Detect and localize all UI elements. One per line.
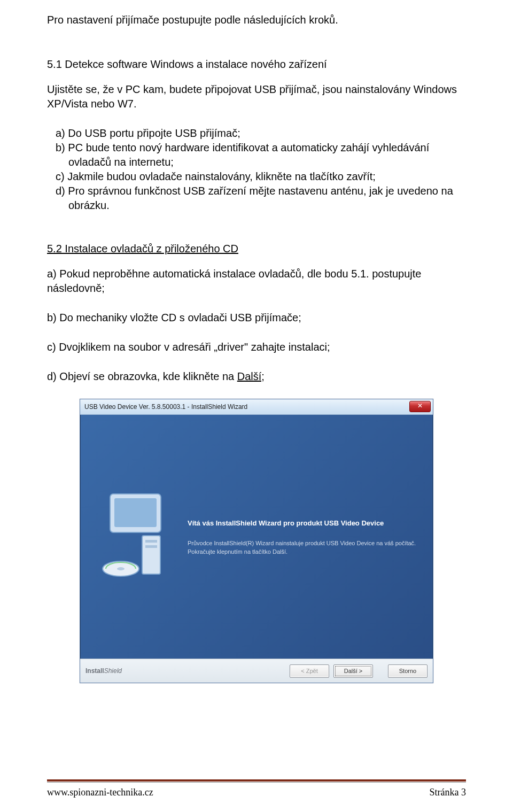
installer-client-area: Vítá vás InstallShield Wizard pro produk… <box>80 415 433 659</box>
computer-cd-icon <box>94 489 174 585</box>
close-button[interactable]: ✕ <box>409 401 431 412</box>
brand-rest: Shield <box>104 667 122 675</box>
svg-point-6 <box>117 567 125 570</box>
installer-line1: Průvodce InstallShield(R) Wizard nainsta… <box>188 540 432 546</box>
section-5-2-item-d: d) Objeví se obrazovka, kde klikněte na … <box>47 369 466 384</box>
intro-text: Pro nastavení přijímače postupujte podle… <box>47 13 466 27</box>
svg-rect-1 <box>114 498 157 527</box>
svg-rect-3 <box>145 540 157 543</box>
section-5-1-para: Ujistěte se, že v PC kam, budete připojo… <box>47 82 466 111</box>
section-5-2-item-c: c) Dvojklikem na soubor v adresáři „driv… <box>47 340 466 354</box>
section-5-2-item-b: b) Do mechaniky vložte CD s ovladači USB… <box>47 311 466 325</box>
back-button[interactable]: < Zpět <box>290 664 329 678</box>
page-footer: www.spionazni-technika.cz Stránka 3 <box>47 779 466 798</box>
installer-text-column: Vítá vás InstallShield Wizard pro produk… <box>188 519 432 555</box>
footer-right: Stránka 3 <box>430 787 466 798</box>
footer-rule-thin <box>47 782 466 783</box>
installer-heading: Vítá vás InstallShield Wizard pro produk… <box>188 519 432 527</box>
section-5-1-list: a) Do USB portu připojte USB přijímač; b… <box>47 126 466 213</box>
footer-rule-thick <box>47 779 466 782</box>
section-5-1-title: 5.1 Detekce software Windows a instalace… <box>47 57 466 72</box>
installer-button-bar: InstallShield < Zpět Další > Storno <box>80 659 433 683</box>
svg-rect-4 <box>145 545 157 548</box>
list-item: d) Pro správnou funkčnost USB zařízení m… <box>47 184 466 213</box>
installer-line2: Pokračujte klepnutím na tlačítko Další. <box>188 548 432 555</box>
titlebar-text: USB Video Device Ver. 5.8.50003.1 - Inst… <box>80 403 247 411</box>
close-icon: ✕ <box>417 402 423 409</box>
next-button[interactable]: Další > <box>333 664 373 678</box>
list-item: a) Do USB portu připojte USB přijímač; <box>47 126 466 141</box>
installshield-brand: InstallShield <box>86 667 122 675</box>
item-d-link-text: Další; <box>237 370 265 382</box>
section-5-2-title: 5.2 Instalace ovladačů z přiloženého CD <box>47 242 466 256</box>
installer-art-column <box>81 489 188 585</box>
list-item: b) PC bude tento nový hardware identifik… <box>47 141 466 169</box>
item-d-pretext: d) Objeví se obrazovka, kde klikněte na <box>47 370 237 382</box>
section-5-2-item-a: a) Pokud neproběhne automatická instalac… <box>47 267 466 296</box>
footer-left: www.spionazni-technika.cz <box>47 787 153 798</box>
titlebar: USB Video Device Ver. 5.8.50003.1 - Inst… <box>80 399 433 415</box>
installer-window: USB Video Device Ver. 5.8.50003.1 - Inst… <box>80 399 433 683</box>
cancel-button[interactable]: Storno <box>388 664 428 678</box>
brand-bold: Install <box>86 667 104 675</box>
list-item: c) Jakmile budou ovladače nainstalovány,… <box>47 169 466 184</box>
